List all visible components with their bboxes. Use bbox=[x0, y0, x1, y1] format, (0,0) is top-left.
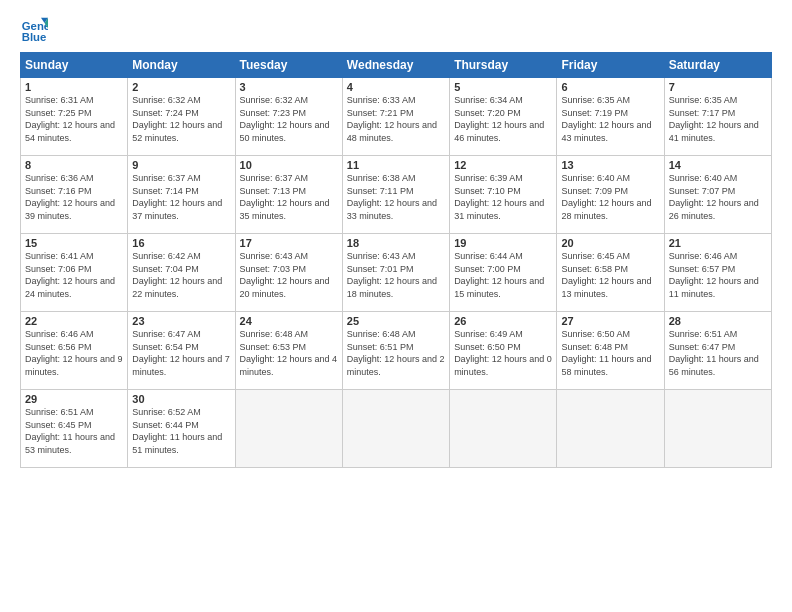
weekday-header: Wednesday bbox=[342, 53, 449, 78]
calendar-cell: 27 Sunrise: 6:50 AMSunset: 6:48 PMDaylig… bbox=[557, 312, 664, 390]
calendar-week-row: 15 Sunrise: 6:41 AMSunset: 7:06 PMDaylig… bbox=[21, 234, 772, 312]
day-number: 4 bbox=[347, 81, 445, 93]
calendar-cell: 29 Sunrise: 6:51 AMSunset: 6:45 PMDaylig… bbox=[21, 390, 128, 468]
calendar-cell: 1 Sunrise: 6:31 AMSunset: 7:25 PMDayligh… bbox=[21, 78, 128, 156]
day-info: Sunrise: 6:47 AMSunset: 6:54 PMDaylight:… bbox=[132, 329, 230, 377]
day-number: 25 bbox=[347, 315, 445, 327]
day-info: Sunrise: 6:35 AMSunset: 7:17 PMDaylight:… bbox=[669, 95, 759, 143]
calendar-header-row: SundayMondayTuesdayWednesdayThursdayFrid… bbox=[21, 53, 772, 78]
day-info: Sunrise: 6:31 AMSunset: 7:25 PMDaylight:… bbox=[25, 95, 115, 143]
weekday-header: Friday bbox=[557, 53, 664, 78]
calendar-cell: 18 Sunrise: 6:43 AMSunset: 7:01 PMDaylig… bbox=[342, 234, 449, 312]
day-number: 5 bbox=[454, 81, 552, 93]
day-number: 12 bbox=[454, 159, 552, 171]
calendar-cell: 9 Sunrise: 6:37 AMSunset: 7:14 PMDayligh… bbox=[128, 156, 235, 234]
calendar-cell: 2 Sunrise: 6:32 AMSunset: 7:24 PMDayligh… bbox=[128, 78, 235, 156]
calendar-cell: 26 Sunrise: 6:49 AMSunset: 6:50 PMDaylig… bbox=[450, 312, 557, 390]
day-info: Sunrise: 6:43 AMSunset: 7:03 PMDaylight:… bbox=[240, 251, 330, 299]
day-number: 20 bbox=[561, 237, 659, 249]
day-info: Sunrise: 6:35 AMSunset: 7:19 PMDaylight:… bbox=[561, 95, 651, 143]
day-info: Sunrise: 6:45 AMSunset: 6:58 PMDaylight:… bbox=[561, 251, 651, 299]
calendar-body: 1 Sunrise: 6:31 AMSunset: 7:25 PMDayligh… bbox=[21, 78, 772, 468]
day-info: Sunrise: 6:49 AMSunset: 6:50 PMDaylight:… bbox=[454, 329, 552, 377]
calendar-cell: 22 Sunrise: 6:46 AMSunset: 6:56 PMDaylig… bbox=[21, 312, 128, 390]
day-info: Sunrise: 6:39 AMSunset: 7:10 PMDaylight:… bbox=[454, 173, 544, 221]
day-info: Sunrise: 6:34 AMSunset: 7:20 PMDaylight:… bbox=[454, 95, 544, 143]
calendar-cell bbox=[450, 390, 557, 468]
calendar-cell: 11 Sunrise: 6:38 AMSunset: 7:11 PMDaylig… bbox=[342, 156, 449, 234]
day-number: 21 bbox=[669, 237, 767, 249]
calendar-cell: 3 Sunrise: 6:32 AMSunset: 7:23 PMDayligh… bbox=[235, 78, 342, 156]
day-number: 16 bbox=[132, 237, 230, 249]
header: General Blue bbox=[20, 16, 772, 44]
day-info: Sunrise: 6:51 AMSunset: 6:45 PMDaylight:… bbox=[25, 407, 115, 455]
day-number: 23 bbox=[132, 315, 230, 327]
logo: General Blue bbox=[20, 16, 52, 44]
calendar-week-row: 1 Sunrise: 6:31 AMSunset: 7:25 PMDayligh… bbox=[21, 78, 772, 156]
day-info: Sunrise: 6:32 AMSunset: 7:23 PMDaylight:… bbox=[240, 95, 330, 143]
calendar-cell: 28 Sunrise: 6:51 AMSunset: 6:47 PMDaylig… bbox=[664, 312, 771, 390]
day-info: Sunrise: 6:42 AMSunset: 7:04 PMDaylight:… bbox=[132, 251, 222, 299]
day-info: Sunrise: 6:36 AMSunset: 7:16 PMDaylight:… bbox=[25, 173, 115, 221]
calendar-cell: 15 Sunrise: 6:41 AMSunset: 7:06 PMDaylig… bbox=[21, 234, 128, 312]
day-info: Sunrise: 6:50 AMSunset: 6:48 PMDaylight:… bbox=[561, 329, 651, 377]
day-info: Sunrise: 6:41 AMSunset: 7:06 PMDaylight:… bbox=[25, 251, 115, 299]
day-number: 10 bbox=[240, 159, 338, 171]
day-number: 8 bbox=[25, 159, 123, 171]
day-number: 30 bbox=[132, 393, 230, 405]
day-number: 9 bbox=[132, 159, 230, 171]
calendar-cell: 17 Sunrise: 6:43 AMSunset: 7:03 PMDaylig… bbox=[235, 234, 342, 312]
day-info: Sunrise: 6:46 AMSunset: 6:56 PMDaylight:… bbox=[25, 329, 123, 377]
calendar-cell: 25 Sunrise: 6:48 AMSunset: 6:51 PMDaylig… bbox=[342, 312, 449, 390]
calendar-cell: 6 Sunrise: 6:35 AMSunset: 7:19 PMDayligh… bbox=[557, 78, 664, 156]
day-number: 14 bbox=[669, 159, 767, 171]
day-number: 13 bbox=[561, 159, 659, 171]
calendar-cell: 24 Sunrise: 6:48 AMSunset: 6:53 PMDaylig… bbox=[235, 312, 342, 390]
day-number: 17 bbox=[240, 237, 338, 249]
day-info: Sunrise: 6:40 AMSunset: 7:09 PMDaylight:… bbox=[561, 173, 651, 221]
calendar-cell: 8 Sunrise: 6:36 AMSunset: 7:16 PMDayligh… bbox=[21, 156, 128, 234]
day-info: Sunrise: 6:44 AMSunset: 7:00 PMDaylight:… bbox=[454, 251, 544, 299]
calendar-cell bbox=[664, 390, 771, 468]
day-number: 2 bbox=[132, 81, 230, 93]
calendar-cell: 14 Sunrise: 6:40 AMSunset: 7:07 PMDaylig… bbox=[664, 156, 771, 234]
day-number: 19 bbox=[454, 237, 552, 249]
calendar-week-row: 29 Sunrise: 6:51 AMSunset: 6:45 PMDaylig… bbox=[21, 390, 772, 468]
calendar-cell: 20 Sunrise: 6:45 AMSunset: 6:58 PMDaylig… bbox=[557, 234, 664, 312]
day-number: 29 bbox=[25, 393, 123, 405]
day-number: 3 bbox=[240, 81, 338, 93]
calendar-cell: 10 Sunrise: 6:37 AMSunset: 7:13 PMDaylig… bbox=[235, 156, 342, 234]
svg-text:Blue: Blue bbox=[22, 31, 47, 43]
day-info: Sunrise: 6:51 AMSunset: 6:47 PMDaylight:… bbox=[669, 329, 759, 377]
day-number: 7 bbox=[669, 81, 767, 93]
calendar-cell: 30 Sunrise: 6:52 AMSunset: 6:44 PMDaylig… bbox=[128, 390, 235, 468]
weekday-header: Tuesday bbox=[235, 53, 342, 78]
day-number: 6 bbox=[561, 81, 659, 93]
day-number: 1 bbox=[25, 81, 123, 93]
calendar-cell: 13 Sunrise: 6:40 AMSunset: 7:09 PMDaylig… bbox=[557, 156, 664, 234]
day-number: 22 bbox=[25, 315, 123, 327]
calendar-cell: 21 Sunrise: 6:46 AMSunset: 6:57 PMDaylig… bbox=[664, 234, 771, 312]
day-info: Sunrise: 6:40 AMSunset: 7:07 PMDaylight:… bbox=[669, 173, 759, 221]
day-info: Sunrise: 6:46 AMSunset: 6:57 PMDaylight:… bbox=[669, 251, 759, 299]
calendar-cell: 5 Sunrise: 6:34 AMSunset: 7:20 PMDayligh… bbox=[450, 78, 557, 156]
day-info: Sunrise: 6:43 AMSunset: 7:01 PMDaylight:… bbox=[347, 251, 437, 299]
calendar-cell: 23 Sunrise: 6:47 AMSunset: 6:54 PMDaylig… bbox=[128, 312, 235, 390]
calendar-table: SundayMondayTuesdayWednesdayThursdayFrid… bbox=[20, 52, 772, 468]
calendar-cell: 16 Sunrise: 6:42 AMSunset: 7:04 PMDaylig… bbox=[128, 234, 235, 312]
day-info: Sunrise: 6:48 AMSunset: 6:51 PMDaylight:… bbox=[347, 329, 445, 377]
calendar-week-row: 8 Sunrise: 6:36 AMSunset: 7:16 PMDayligh… bbox=[21, 156, 772, 234]
day-info: Sunrise: 6:52 AMSunset: 6:44 PMDaylight:… bbox=[132, 407, 222, 455]
weekday-header: Sunday bbox=[21, 53, 128, 78]
weekday-header: Saturday bbox=[664, 53, 771, 78]
day-info: Sunrise: 6:48 AMSunset: 6:53 PMDaylight:… bbox=[240, 329, 338, 377]
calendar-cell bbox=[342, 390, 449, 468]
day-number: 28 bbox=[669, 315, 767, 327]
calendar-week-row: 22 Sunrise: 6:46 AMSunset: 6:56 PMDaylig… bbox=[21, 312, 772, 390]
day-number: 11 bbox=[347, 159, 445, 171]
day-number: 24 bbox=[240, 315, 338, 327]
calendar-cell bbox=[235, 390, 342, 468]
weekday-header: Monday bbox=[128, 53, 235, 78]
day-number: 15 bbox=[25, 237, 123, 249]
logo-icon: General Blue bbox=[20, 16, 48, 44]
